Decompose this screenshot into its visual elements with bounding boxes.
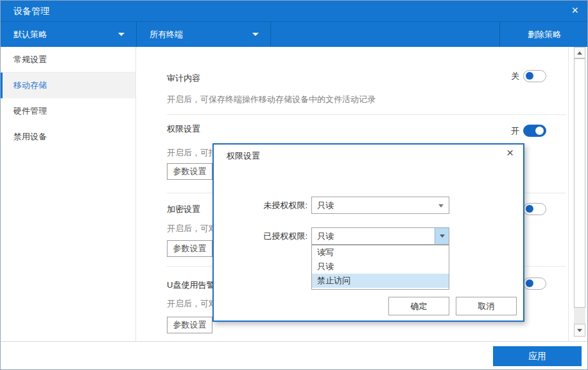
select-caret-button[interactable]	[435, 228, 449, 244]
chevron-down-icon	[440, 234, 445, 238]
audit-toggle-row: 关	[511, 70, 546, 82]
toggle-knob	[526, 205, 533, 213]
terminal-select[interactable]: 所有终端	[137, 22, 270, 47]
apply-button[interactable]: 应用	[493, 346, 582, 366]
toggle-knob	[535, 127, 544, 135]
toggle-knob	[526, 279, 533, 287]
titlebar: 设备管理 ×	[1, 1, 587, 21]
dropdown-option-read-only[interactable]: 只读	[312, 260, 449, 274]
encryption-toggle[interactable]	[523, 203, 546, 215]
permission-toggle-row: 开	[511, 125, 546, 137]
dropdown-option-read-write[interactable]: 读写	[312, 245, 449, 260]
modal-title: 权限设置	[227, 150, 260, 162]
encryption-toggle-row	[523, 203, 546, 215]
sidebar-item-removable-storage[interactable]: 移动存储	[1, 73, 136, 98]
usb-alert-description: 开启后，可对	[167, 298, 217, 310]
unauthorized-permission-label: 未授权权限:	[214, 197, 307, 214]
policy-bar-divider	[270, 22, 271, 47]
modal-close-icon[interactable]: ×	[506, 146, 514, 160]
usb-alert-param-settings-button[interactable]: 参数设置	[167, 317, 212, 333]
sidebar-item-hardware-management[interactable]: 硬件管理	[1, 98, 136, 124]
arrow-down-icon	[577, 329, 582, 332]
authorized-permission-value: 只读	[317, 231, 334, 241]
sidebar-item-general-settings[interactable]: 常规设置	[1, 47, 136, 73]
delete-policy-button[interactable]: 删除策略	[500, 22, 588, 47]
scrollbar-thumb[interactable]	[574, 58, 585, 308]
scroll-up-button[interactable]	[574, 47, 585, 58]
usb-alert-toggle[interactable]	[523, 278, 546, 290]
encryption-section-title: 加密设置	[167, 204, 200, 215]
sidebar: 常规设置 移动存储 硬件管理 禁用设备	[1, 47, 136, 341]
sidebar-item-label: 常规设置	[13, 55, 47, 64]
permission-toggle[interactable]	[523, 125, 546, 137]
audit-description: 开启后，可保存终端操作移动存储设备中的文件活动记录	[167, 94, 376, 105]
permission-section-title: 权限设置	[167, 123, 200, 135]
dropdown-option-forbid-access[interactable]: 禁止访问	[312, 274, 449, 288]
sidebar-item-label: 移动存储	[13, 80, 47, 90]
unauthorized-permission-value: 只读	[317, 200, 334, 210]
permission-settings-modal: 权限设置 × 未授权权限: 只读 已授权权限: 只读 读写 只读 禁止访问 确定…	[212, 143, 524, 322]
device-management-window: 设备管理 × 默认策略 所有终端 删除策略 常规设置 移动存储 硬件管理 禁用设	[0, 0, 588, 370]
encryption-param-settings-button[interactable]: 参数设置	[167, 240, 212, 257]
audit-section-title: 审计内容	[167, 73, 200, 84]
content-right-border	[568, 47, 569, 341]
cancel-button[interactable]: 取消	[456, 297, 517, 315]
close-icon[interactable]: ×	[571, 1, 578, 20]
arrow-up-icon	[577, 51, 582, 55]
encryption-description: 开启后，可对	[167, 223, 217, 234]
window-title: 设备管理	[13, 1, 49, 21]
footer-bar: 应用	[1, 341, 587, 369]
usb-alert-toggle-row	[523, 278, 546, 290]
terminal-select-value: 所有终端	[150, 29, 183, 40]
policy-select-value: 默认策略	[13, 29, 47, 40]
authorized-permission-label: 已授权权限:	[214, 227, 307, 245]
authorized-permission-select[interactable]: 只读	[311, 227, 449, 245]
sidebar-item-label: 硬件管理	[13, 106, 47, 116]
delete-policy-label: 删除策略	[528, 29, 561, 40]
sidebar-item-label: 禁用设备	[13, 132, 47, 141]
policy-bar: 默认策略 所有终端 删除策略	[1, 21, 587, 47]
ok-button[interactable]: 确定	[388, 297, 449, 315]
permission-dropdown-list: 读写 只读 禁止访问	[311, 245, 449, 290]
permission-toggle-state-label: 开	[511, 125, 519, 137]
unauthorized-permission-select[interactable]: 只读	[311, 197, 449, 214]
permission-param-settings-button[interactable]: 参数设置	[167, 163, 212, 180]
audit-toggle-state-label: 关	[511, 71, 519, 82]
section-divider	[167, 114, 566, 115]
chevron-down-icon	[252, 33, 259, 36]
usb-alert-section-title: U盘使用告警	[167, 279, 214, 291]
audit-toggle[interactable]	[523, 70, 546, 82]
permission-description: 开启后，可指	[167, 147, 217, 159]
toggle-knob	[526, 72, 533, 80]
policy-select[interactable]: 默认策略	[1, 22, 136, 47]
chevron-down-icon	[118, 33, 125, 36]
sidebar-item-disabled-devices[interactable]: 禁用设备	[1, 124, 136, 150]
sidebar-divider	[135, 47, 136, 341]
scroll-down-button[interactable]	[574, 324, 585, 337]
chevron-down-icon	[438, 204, 444, 207]
